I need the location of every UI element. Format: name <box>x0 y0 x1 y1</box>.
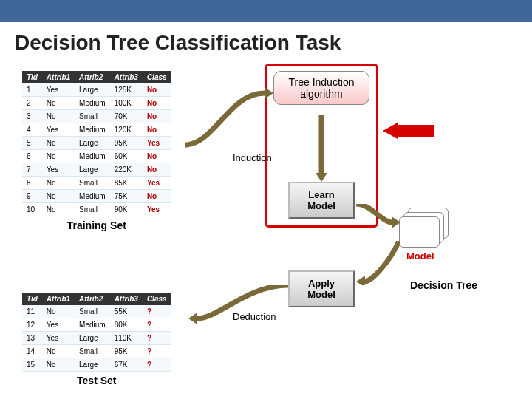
column-header: Attrib1 <box>42 71 75 83</box>
svg-marker-3 <box>316 173 327 182</box>
data-cell: 95K <box>110 345 143 358</box>
column-header: Attrib1 <box>42 293 75 305</box>
svg-marker-0 <box>383 123 434 139</box>
data-cell: Yes <box>42 83 75 97</box>
data-cell: No <box>42 203 75 216</box>
data-cell: 9 <box>22 190 42 203</box>
data-cell: Large <box>75 83 110 97</box>
data-cell: 70K <box>110 110 143 123</box>
data-cell: 75K <box>110 190 143 203</box>
column-header: Attrib2 <box>75 71 110 83</box>
data-cell: No <box>42 305 75 318</box>
table-row: 2NoMedium100KNo <box>22 97 171 110</box>
class-cell: Yes <box>143 137 171 150</box>
data-cell: Yes <box>42 123 75 137</box>
table-row: 9NoMedium75KNo <box>22 190 171 203</box>
data-cell: 7 <box>22 163 42 177</box>
class-cell: ? <box>143 358 171 372</box>
data-cell: No <box>42 190 75 203</box>
table-row: 4YesMedium120KNo <box>22 123 171 137</box>
arrow-algorithm-to-learn <box>314 115 329 182</box>
data-cell: Large <box>75 163 110 177</box>
data-cell: 85K <box>110 177 143 190</box>
class-cell: ? <box>143 332 171 345</box>
data-cell: 220K <box>110 163 143 177</box>
data-cell: Small <box>75 177 110 190</box>
data-cell: No <box>42 110 75 123</box>
data-cell: Yes <box>42 163 75 177</box>
data-cell: Small <box>75 305 110 318</box>
data-cell: 11 <box>22 305 42 318</box>
data-cell: Large <box>75 137 110 150</box>
test-table: TidAttrib1Attrib2Attrib3Class 11NoSmall5… <box>22 293 171 372</box>
data-cell: 8 <box>22 177 42 190</box>
column-header: Tid <box>22 71 42 83</box>
data-cell: 2 <box>22 97 42 110</box>
data-cell: Yes <box>42 332 75 345</box>
data-cell: No <box>42 177 75 190</box>
column-header: Attrib2 <box>75 293 110 305</box>
data-cell: Medium <box>75 318 110 332</box>
data-cell: 95K <box>110 137 143 150</box>
data-cell: 110K <box>110 332 143 345</box>
model-label: Model <box>406 250 434 262</box>
svg-marker-5 <box>356 276 365 285</box>
column-header: Class <box>143 293 171 305</box>
table-row: 7YesLarge220KNo <box>22 163 171 177</box>
column-header: Attrib3 <box>110 293 143 305</box>
header-bar <box>0 0 532 22</box>
data-cell: Small <box>75 110 110 123</box>
class-cell: ? <box>143 318 171 332</box>
model-stack-icon <box>399 208 451 249</box>
class-cell: No <box>143 83 171 97</box>
data-cell: 13 <box>22 332 42 345</box>
data-cell: 4 <box>22 123 42 137</box>
data-cell: 55K <box>110 305 143 318</box>
red-emphasis-arrow-icon <box>383 123 434 139</box>
arrow-learn-to-model <box>356 204 400 233</box>
table-row: 3NoSmall70KNo <box>22 110 171 123</box>
data-cell: Small <box>75 203 110 216</box>
data-cell: 15 <box>22 358 42 372</box>
class-cell: No <box>143 150 171 163</box>
class-cell: No <box>143 110 171 123</box>
table-row: 14NoSmall95K? <box>22 345 171 358</box>
data-cell: 12 <box>22 318 42 332</box>
data-cell: No <box>42 345 75 358</box>
data-cell: Medium <box>75 190 110 203</box>
data-cell: No <box>42 97 75 110</box>
data-cell: 80K <box>110 318 143 332</box>
data-cell: 120K <box>110 123 143 137</box>
training-table: TidAttrib1Attrib2Attrib3Class 1YesLarge1… <box>22 71 171 216</box>
data-cell: Large <box>75 332 110 345</box>
class-cell: Yes <box>143 177 171 190</box>
table-row: 12YesMedium80K? <box>22 318 171 332</box>
data-cell: No <box>42 150 75 163</box>
data-cell: 6 <box>22 150 42 163</box>
data-cell: 125K <box>110 83 143 97</box>
svg-marker-1 <box>265 87 273 99</box>
training-set-label: Training Set <box>22 219 171 231</box>
training-set-block: TidAttrib1Attrib2Attrib3Class 1YesLarge1… <box>22 71 171 231</box>
table-row: 11NoSmall55K? <box>22 305 171 318</box>
data-cell: Yes <box>42 318 75 332</box>
class-cell: No <box>143 190 171 203</box>
test-set-label: Test Set <box>22 375 171 386</box>
data-cell: Medium <box>75 150 110 163</box>
data-cell: 90K <box>110 203 143 216</box>
column-header: Attrib3 <box>110 71 143 83</box>
arrow-model-to-apply <box>356 241 400 285</box>
table-row: 10NoSmall90KYes <box>22 203 171 216</box>
class-cell: ? <box>143 305 171 318</box>
class-cell: No <box>143 97 171 110</box>
arrow-apply-to-test <box>188 285 288 330</box>
class-cell: No <box>143 163 171 177</box>
table-row: 8NoSmall85KYes <box>22 177 171 190</box>
data-cell: 14 <box>22 345 42 358</box>
data-cell: 60K <box>110 150 143 163</box>
class-cell: No <box>143 123 171 137</box>
learn-model-box: Learn Model <box>288 182 355 219</box>
data-cell: 3 <box>22 110 42 123</box>
table-row: 13YesLarge110K? <box>22 332 171 345</box>
data-cell: 67K <box>110 358 143 372</box>
